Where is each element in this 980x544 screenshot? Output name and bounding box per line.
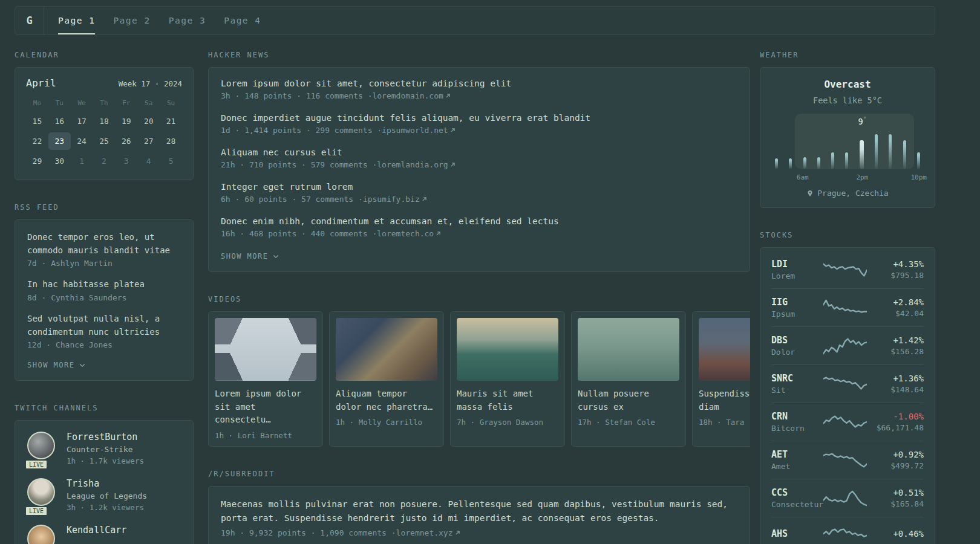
section-label-calendar: CALENDAR: [15, 51, 194, 59]
hn-item-title[interactable]: Donec enim nibh, condimentum et accumsan…: [221, 216, 737, 226]
external-link-icon: [454, 529, 461, 536]
hn-item-domain-link[interactable]: ipsumify.biz: [363, 195, 428, 204]
twitch-channel-info: Trisha League of Legends 3h · 1.2k viewe…: [67, 478, 147, 512]
twitch-channel-row[interactable]: KendallCarr: [27, 525, 181, 544]
stock-row[interactable]: SNRC Sit +1.36% $148.64: [771, 364, 924, 403]
stock-sparkline: [823, 261, 867, 279]
calendar-dow: Fr: [115, 96, 137, 110]
stock-row[interactable]: DBS Dolor +1.42% $156.28: [771, 326, 924, 364]
calendar-day: 22: [26, 132, 48, 150]
stock-sparkline: [823, 413, 867, 431]
twitch-channel-name: Trisha: [67, 478, 147, 489]
current-temp-value: 9: [858, 117, 863, 126]
video-card[interactable]: Lorem ipsum dolor sit amet consectetu… 1…: [208, 311, 323, 447]
twitch-channel-row[interactable]: LIVE ForrestBurton Counter-Strike 1h · 1…: [27, 432, 181, 465]
hn-item-domain: loremtech.co: [377, 229, 434, 238]
live-badge: LIVE: [25, 459, 48, 470]
tab-page-2[interactable]: Page 2: [104, 7, 159, 34]
hn-item-domain-link[interactable]: loremlandia.org: [377, 160, 456, 169]
weather-hourly-chart: 9° 6am 2pm 10pm: [770, 114, 925, 181]
calendar-day-today: 23: [48, 132, 71, 150]
stock-id: SNRC Sit: [771, 373, 823, 395]
video-card[interactable]: Suspendisse diam 18h · Tara: [692, 311, 750, 447]
subreddit-post-title[interactable]: Maecenas mollis pulvinar erat non posuer…: [221, 497, 737, 525]
twitch-channel-row[interactable]: LIVE Trisha League of Legends 3h · 1.2k …: [27, 478, 181, 512]
stock-sparkline: [823, 489, 867, 507]
rss-item-meta: 8d · Cynthia Saunders: [27, 293, 181, 302]
hn-item-domain-link[interactable]: loremtech.co: [377, 229, 442, 238]
section-label-twitch: TWITCH CHANNELS: [15, 404, 194, 412]
hn-item-domain-link[interactable]: ipsumworld.net: [382, 126, 456, 135]
hn-item-stats: 6h · 60 points · 57 comments ·: [221, 195, 363, 204]
hn-show-more-button[interactable]: SHOW MORE: [221, 252, 279, 261]
stock-sparkline: [823, 451, 867, 469]
calendar-day: 29: [26, 152, 48, 170]
hn-item-domain: loremlandia.org: [377, 160, 448, 169]
twitch-widget: LIVE ForrestBurton Counter-Strike 1h · 1…: [15, 420, 194, 544]
weather-bars: [775, 131, 920, 169]
tab-page-1[interactable]: Page 1: [49, 7, 104, 34]
twitch-channel-meta: 3h · 1.2k viewers: [67, 503, 147, 512]
time-label: 2pm: [856, 173, 868, 181]
stock-id: AHS: [771, 528, 823, 541]
chevron-down-icon: [273, 254, 279, 259]
hn-item-title[interactable]: Integer eget rutrum lorem: [221, 182, 737, 192]
stock-row[interactable]: IIG Ipsum +2.84% $42.04: [771, 288, 924, 326]
stock-values: +2.84% $42.04: [867, 297, 924, 318]
video-meta: 1h · Lori Barnett: [215, 431, 316, 440]
stocks-widget: LDI Lorem +4.35% $795.18 IIG Ipsum: [760, 247, 935, 544]
stock-row[interactable]: CRN Bitcorn -1.00% $66,171.48: [771, 403, 924, 441]
calendar-day: 30: [48, 152, 71, 170]
videos-carousel[interactable]: Lorem ipsum dolor sit amet consectetu… 1…: [208, 311, 750, 447]
stock-change: +4.35%: [867, 259, 924, 269]
calendar-day: 5: [160, 152, 182, 170]
hn-item: Donec enim nibh, condimentum et accumsan…: [221, 216, 737, 238]
calendar-week-year: Week 17 · 2024: [119, 79, 182, 88]
stock-name: Dolor: [771, 348, 823, 357]
calendar-section: CALENDAR April Week 17 · 2024 Mo Tu We T…: [15, 51, 194, 180]
stock-sparkline: [823, 375, 867, 393]
avatar: [27, 525, 55, 544]
time-label: 6am: [797, 173, 809, 181]
stock-values: +0.51% $165.84: [867, 488, 924, 508]
rss-item-title[interactable]: Donec tempor eros leo, ut commodo mauris…: [27, 231, 181, 257]
stock-change: +1.36%: [867, 374, 924, 383]
stock-ticker: AET: [771, 449, 823, 460]
calendar-day: 2: [93, 152, 116, 170]
stock-row[interactable]: AHS +0.46%: [771, 517, 924, 544]
hacker-news-widget: Lorem ipsum dolor sit amet, consectetur …: [208, 67, 750, 272]
subreddit-widget: Maecenas mollis pulvinar erat non posuer…: [208, 486, 750, 544]
calendar-day: 24: [71, 132, 93, 150]
time-label: 10pm: [911, 173, 927, 181]
stock-row[interactable]: CCS Consectetur +0.51% $165.84: [771, 479, 924, 517]
rss-item-title[interactable]: In hac habitasse platea: [27, 278, 181, 291]
tab-page-3[interactable]: Page 3: [160, 7, 215, 34]
stock-row[interactable]: LDI Lorem +4.35% $795.18: [771, 251, 924, 288]
calendar-dow: We: [71, 96, 93, 110]
twitch-avatar-wrap: [27, 525, 56, 544]
calendar-dow: Tu: [48, 96, 71, 110]
hn-item-domain-link[interactable]: loremdomain.com: [372, 91, 451, 100]
rss-show-more-button[interactable]: SHOW MORE: [27, 361, 85, 369]
stock-price: $42.04: [867, 309, 924, 318]
avatar: [27, 478, 55, 506]
video-card[interactable]: Aliquam tempor dolor nec pharetra… 1h · …: [329, 311, 444, 447]
stocks-section: STOCKS LDI Lorem +4.35% $795.18 IIG: [760, 231, 935, 544]
stock-values: +0.46%: [867, 529, 924, 540]
rss-item-title[interactable]: Sed volutpat nulla nisl, a condimentum n…: [27, 312, 181, 338]
right-column: WEATHER Overcast Feels like 5°C 9° 6am 2…: [760, 51, 935, 544]
hn-item-title[interactable]: Donec imperdiet augue tincidunt felis al…: [221, 113, 737, 123]
tab-page-4[interactable]: Page 4: [215, 7, 270, 34]
hn-item: Donec imperdiet augue tincidunt felis al…: [221, 113, 737, 135]
video-card[interactable]: Nullam posuere cursus ex 17h · Stefan Co…: [571, 311, 686, 447]
video-card[interactable]: Mauris sit amet massa felis 7h · Grayson…: [450, 311, 565, 447]
stock-row[interactable]: AET Amet +0.92% $499.72: [771, 441, 924, 479]
calendar-day: 18: [93, 112, 116, 130]
subreddit-post-domain-link[interactable]: loremnet.xyz: [396, 528, 461, 537]
calendar-dow: Su: [160, 96, 182, 110]
hn-item-title[interactable]: Lorem ipsum dolor sit amet, consectetur …: [221, 79, 737, 88]
twitch-channel-name: ForrestBurton: [67, 432, 144, 442]
hn-item: Aliquam nec cursus elit 21h · 710 points…: [221, 147, 737, 169]
hn-item-title[interactable]: Aliquam nec cursus elit: [221, 147, 737, 157]
stock-name: Lorem: [771, 271, 823, 280]
